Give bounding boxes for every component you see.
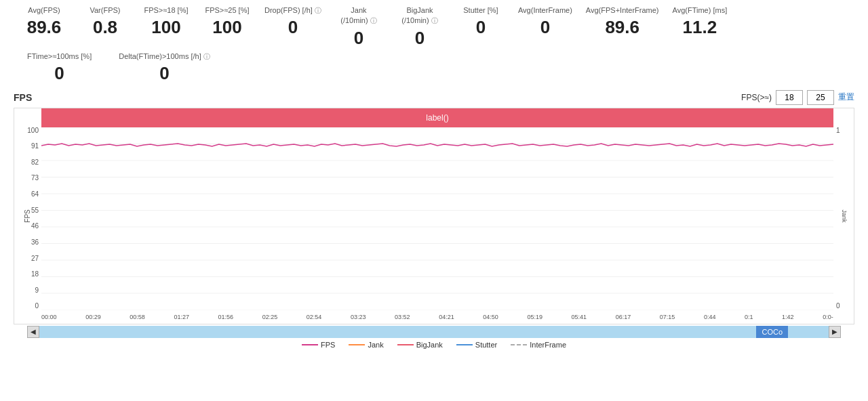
legend-jank-line (349, 344, 365, 345)
stat-ftime-100ms: FTime>≈100ms [%] 0 (14, 51, 105, 85)
fps-section: FPS FPS(>≈) 重置 label() 100 91 82 73 64 5… (0, 89, 868, 350)
fps-controls: FPS(>≈) 重置 (741, 90, 854, 105)
y-label-right-0: 0 (836, 303, 840, 310)
y-label-82: 82 (31, 159, 39, 166)
stat-avg-fps-interframe-label: Avg(FPS+InterFrame) (586, 5, 659, 16)
watermark-text: COCo (762, 328, 783, 336)
legend-fps: FPS (302, 341, 335, 349)
jank-y-axis-label: Jank (840, 209, 847, 222)
stat-stutter: Stutter [%] 0 (450, 5, 511, 39)
stat-avg-interframe-value: 0 (540, 17, 550, 38)
stat-fps-25-label: FPS>≈25 [%] (205, 5, 249, 16)
x-label-18: 0:0- (823, 314, 833, 320)
stat-drop-fps-label: Drop(FPS) [/h] ⓘ (264, 5, 321, 16)
scrollbar-container: ◀ COCo ▶ (27, 326, 841, 338)
x-label-3: 01:27 (174, 314, 189, 320)
y-label-0: 0 (35, 303, 39, 310)
stat-var-fps-label: Var(FPS) (90, 5, 120, 16)
legend-bigjank: BigJank (397, 341, 443, 349)
stat-fps-18: FPS>≈18 [%] 100 (136, 5, 197, 39)
stat-avg-interframe: Avg(InterFrame) 0 (511, 5, 579, 39)
stat-delta-ftime-label: Delta(FTime)>100ms [/h] ⓘ (119, 51, 210, 62)
x-label-0: 00:00 (41, 314, 57, 320)
x-label-2: 00:58 (130, 314, 145, 320)
y-label-9: 9 (35, 287, 39, 294)
legend-interframe-line (511, 344, 527, 345)
stat-stutter-value: 0 (476, 17, 486, 38)
chart-plot-area (41, 127, 833, 310)
x-axis: 00:00 00:29 00:58 01:27 01:56 02:25 02:5… (41, 310, 833, 324)
legend-stutter-label: Stutter (475, 341, 497, 349)
x-label-13: 06:17 (616, 314, 631, 320)
y-label-right-1: 1 (836, 127, 840, 134)
legend-stutter: Stutter (456, 341, 497, 349)
legend-interframe: InterFrame (511, 341, 566, 349)
fps-reset-button[interactable]: 重置 (838, 91, 854, 103)
stat-bigjank: BigJank(/10min) ⓘ 0 (389, 5, 450, 49)
x-label-11: 05:19 (527, 314, 542, 320)
jank-info-icon[interactable]: ⓘ (370, 17, 377, 24)
stat-fps-18-value: 100 (151, 17, 180, 38)
stat-avg-interframe-label: Avg(InterFrame) (518, 5, 572, 16)
fps-y-axis-label: FPS (24, 209, 31, 222)
stat-avg-ftime: Avg(FTime) [ms] 11.2 (666, 5, 734, 39)
x-label-17: 1:42 (782, 314, 794, 320)
y-label-27: 27 (31, 255, 39, 262)
x-label-7: 03:23 (351, 314, 366, 320)
stat-fps-18-label: FPS>≈18 [%] (144, 5, 188, 16)
y-label-91: 91 (31, 143, 39, 150)
stat-drop-fps-value: 0 (288, 17, 298, 38)
x-label-8: 03:52 (395, 314, 410, 320)
x-label-15: 0:44 (704, 314, 716, 320)
stat-avg-ftime-value: 11.2 (683, 17, 717, 38)
x-label-1: 00:29 (85, 314, 101, 320)
stat-delta-ftime-value: 0 (159, 63, 169, 84)
legend-interframe-label: InterFrame (530, 341, 566, 349)
stat-jank-label: Jank(/10min) ⓘ (340, 5, 376, 26)
stat-ftime-100ms-label: FTime>≈100ms [%] (27, 51, 92, 62)
fps-chart: label() 100 91 82 73 64 55 46 36 27 18 9… (14, 108, 854, 324)
scroll-left-button[interactable]: ◀ (27, 326, 39, 338)
chart-label-text: label() (426, 113, 448, 123)
stat-avg-fps-label: Avg(FPS) (28, 5, 60, 16)
fps-threshold-input-1[interactable] (776, 90, 803, 105)
stat-bigjank-label: BigJank(/10min) ⓘ (401, 5, 437, 26)
fps-header: FPS FPS(>≈) 重置 (14, 90, 854, 105)
legend-fps-label: FPS (321, 341, 335, 349)
fps-section-title: FPS (14, 92, 32, 103)
stat-var-fps-value: 0.8 (93, 17, 117, 38)
stat-avg-fps-interframe: Avg(FPS+InterFrame) 89.6 (579, 5, 666, 39)
x-label-12: 05:41 (572, 314, 587, 320)
stat-bigjank-value: 0 (415, 28, 425, 49)
scroll-right-button[interactable]: ▶ (829, 326, 841, 338)
stat-jank: Jank(/10min) ⓘ 0 (328, 5, 389, 49)
legend-jank: Jank (349, 341, 383, 349)
y-label-46: 46 (31, 223, 39, 230)
stat-ftime-100ms-value: 0 (54, 63, 64, 84)
y-label-18: 18 (31, 271, 39, 278)
bigjank-info-icon[interactable]: ⓘ (431, 17, 438, 24)
stats-row-2: FTime>≈100ms [%] 0 Delta(FTime)>100ms [/… (14, 51, 854, 85)
stat-fps-25-value: 100 (212, 17, 241, 38)
x-label-4: 01:56 (218, 314, 234, 320)
stat-avg-fps-value: 89.6 (27, 17, 62, 38)
chart-inner: label() 100 91 82 73 64 55 46 36 27 18 9… (14, 108, 854, 324)
x-label-5: 02:25 (262, 314, 278, 320)
stat-avg-fps-interframe-value: 89.6 (605, 17, 639, 38)
scroll-track[interactable]: COCo (39, 326, 829, 338)
legend-bigjank-label: BigJank (416, 341, 443, 349)
stats-row-1: Avg(FPS) 89.6 Var(FPS) 0.8 FPS>≈18 [%] 1… (14, 5, 854, 49)
delta-ftime-info-icon[interactable]: ⓘ (203, 53, 210, 60)
y-label-100: 100 (27, 127, 39, 134)
fps-threshold-input-2[interactable] (807, 90, 834, 105)
top-stats: Avg(FPS) 89.6 Var(FPS) 0.8 FPS>≈18 [%] 1… (0, 0, 868, 89)
stat-delta-ftime: Delta(FTime)>100ms [/h] ⓘ 0 (105, 51, 224, 85)
legend-stutter-line (456, 344, 473, 345)
legend-jank-label: Jank (368, 341, 383, 349)
stat-drop-fps: Drop(FPS) [/h] ⓘ 0 (258, 5, 328, 39)
grid-lines (41, 127, 833, 310)
stat-avg-ftime-label: Avg(FTime) [ms] (673, 5, 728, 16)
drop-fps-info-icon[interactable]: ⓘ (315, 7, 321, 14)
stat-avg-fps: Avg(FPS) 89.6 (14, 5, 75, 39)
chart-label-bar: label() (41, 108, 833, 127)
